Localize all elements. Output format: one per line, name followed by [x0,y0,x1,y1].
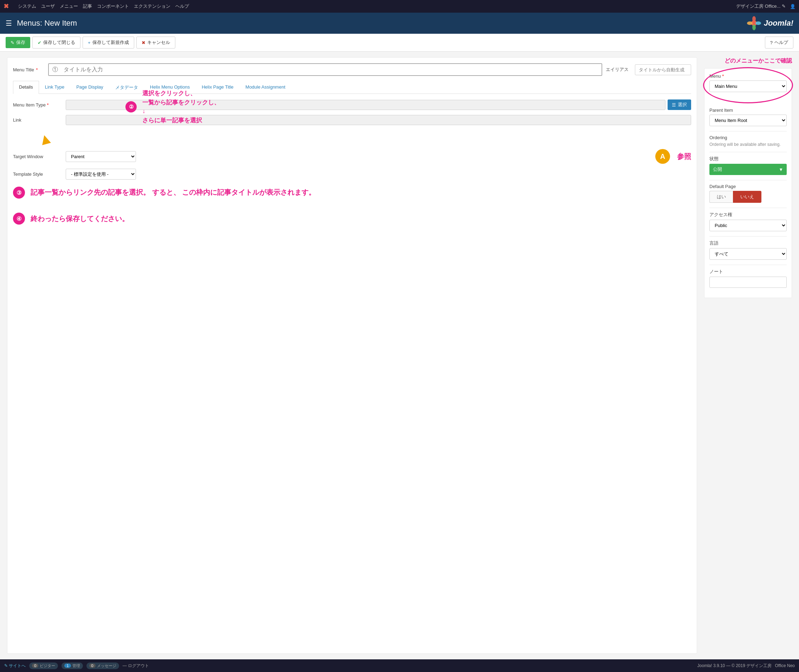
site-link[interactable]: ✎ サイトへ [4,663,26,669]
template-style-row: Template Style - 標準設定を使用 - [13,169,691,179]
access-field: アクセス権 Public [710,211,787,231]
toolbar: ✎ 保存 ✔ 保存して閉じる + 保存して新規作成 ✖ キャンセル ? ヘルプ [0,34,799,52]
tab-page-display[interactable]: Page Display [70,81,109,94]
ordering-label: Ordering [710,135,787,140]
status-label: 状態 [710,156,787,162]
menu-note: どのメニューかここで確認 [704,57,792,65]
save-new-button[interactable]: + 保存して新規作成 [83,37,134,48]
page-title: Menus: New Item [17,19,747,28]
select-button[interactable]: ☰ 選択 [668,99,691,110]
messages-count: 0 [89,664,96,668]
target-window-select[interactable]: Parent [66,151,136,162]
copyright-text: Joomla! 3.9.10 — © 2019 デザイン工房 [697,663,772,668]
alias-label: エイリアス [606,66,629,73]
check-icon: ✔ [38,40,42,45]
save-close-button[interactable]: ✔ 保存して閉じる [32,37,80,48]
target-window-label: Target Window [13,154,62,159]
divider4 [710,208,787,208]
right-panel-inner: Menu * Main Menu Parent Item Menu Item R… [704,68,792,298]
menu-select[interactable]: Main Menu [710,80,787,92]
alias-input[interactable] [635,64,691,75]
joomla-logo: Joomla! [747,16,793,30]
divider6 [710,265,787,265]
language-label: 言語 [710,240,787,246]
step3-annotation: ③ 記事一覧からリンク先の記事を選択。 すると、 この枠内に記事タイトルが表示さ… [13,187,691,198]
svg-point-3 [747,21,753,25]
nav-extension[interactable]: エクステンション [132,2,173,11]
nav-menu: システム ユーザ メニュー 記事 コンポーネント エクステンション ヘルプ [16,2,191,11]
menu-field-label: Menu * [710,74,787,79]
note-label: ノート [710,269,787,275]
right-panel: どのメニューかここで確認 Menu * Main Menu [704,57,792,654]
tab-details[interactable]: Details [13,81,39,94]
step3-text: 記事一覧からリンク先の記事を選択。 すると、 この枠内に記事タイトルが表示されま… [30,187,315,198]
help-button[interactable]: ? ヘルプ [765,37,793,48]
access-select[interactable]: Public [710,220,787,231]
tab-bar: Details Link Type Page Display メタデータ Hel… [13,81,691,94]
template-style-select[interactable]: - 標準設定を使用 - [66,169,136,179]
svg-point-4 [756,21,761,25]
joomla-text: Joomla! [764,19,793,28]
cancel-button[interactable]: ✖ キャンセル [136,37,175,48]
svg-point-1 [752,16,756,22]
nav-menu[interactable]: メニュー [58,2,80,11]
parent-item-field: Parent Item Menu Item Root [710,107,787,126]
step3-circle: ③ [13,187,25,198]
top-navigation: ✖ システム ユーザ メニュー 記事 コンポーネント エクステンション ヘルプ … [0,0,799,13]
menu-field: Menu * Main Menu [710,74,787,92]
note-field: ノート [710,269,787,288]
visitors-badge[interactable]: 0 ビジター [29,662,58,669]
top-nav-right: デザイン工房 Office... ✎ 👤 [736,3,796,10]
cancel-icon: ✖ [142,40,145,45]
ordering-field: Ordering Ordering will be available afte… [710,135,787,147]
language-select[interactable]: すべて [710,248,787,260]
left-panel: Menu Title * エイリアス Details Link Type Pag… [7,57,697,654]
ref-label: 参照 [677,152,691,161]
plus-icon: + [88,40,91,45]
default-yes-button[interactable]: はい [710,191,733,203]
default-page-field: Default Page はい いいえ [710,184,787,203]
tab-link-type[interactable]: Link Type [39,81,70,94]
messages-badge[interactable]: 0 メッセージ [86,662,119,669]
site-info: デザイン工房 Office... ✎ [736,3,786,10]
nav-article[interactable]: 記事 [81,2,94,11]
step2-text: 選択をクリックし、 一覧から記事をクリックし、 ↓ さらに単一記事を選択 [142,89,220,125]
nav-user[interactable]: ユーザ [39,2,57,11]
manage-badge[interactable]: 1 管理 [61,662,83,669]
step2-circle: ② [125,101,137,112]
nav-component[interactable]: コンポーネント [95,2,131,11]
divider5 [710,236,787,237]
menu-item-type-label: Menu Item Type * [13,102,62,107]
status-dropdown[interactable]: 公開 ▼ [710,164,787,175]
manage-count: 1 [64,664,70,668]
step4-text: 終わったら保存してください。 [30,214,129,224]
joomla-small-logo: ✖ [3,2,9,10]
save-button[interactable]: ✎ 保存 [6,37,30,48]
logout-link[interactable]: — ログアウト [123,663,149,669]
note-input[interactable] [710,277,787,288]
divider3 [710,180,787,180]
parent-item-select[interactable]: Menu Item Root [710,115,787,126]
save-icon: ✎ [11,40,14,45]
template-style-label: Template Style [13,171,62,177]
menu-item-type-row: Menu Item Type * ☰ 選択 ② 選択をクリックし、 一覧から記事… [13,99,691,110]
user-icon[interactable]: 👤 [790,4,796,9]
list-icon: ☰ [672,102,676,107]
question-icon: ? [770,40,773,45]
ref-a-badge: A [655,149,670,164]
nav-help[interactable]: ヘルプ [173,2,191,11]
svg-point-2 [752,25,756,30]
menu-oval-wrapper: Menu * Main Menu [710,74,787,97]
title-row: Menu Title * エイリアス [13,63,691,76]
nav-system[interactable]: システム [16,2,38,11]
tab-module[interactable]: Module Assignment [240,81,291,94]
hamburger-icon[interactable]: ☰ [6,19,12,27]
bottom-left: ✎ サイトへ 0 ビジター 1 管理 0 メッセージ — ログアウト [4,662,149,669]
target-window-control: Parent [66,151,631,162]
step4-circle: ④ [13,213,25,225]
step2-annotation: ② 選択をクリックし、 一覧から記事をクリックし、 ↓ さらに単一記事を選択 [125,89,220,125]
menu-title-input[interactable] [48,63,602,76]
bottom-bar: ✎ サイトへ 0 ビジター 1 管理 0 メッセージ — ログアウト Jooml… [0,659,799,672]
default-no-button[interactable]: いいえ [733,191,761,203]
link-row: Link [13,115,691,125]
